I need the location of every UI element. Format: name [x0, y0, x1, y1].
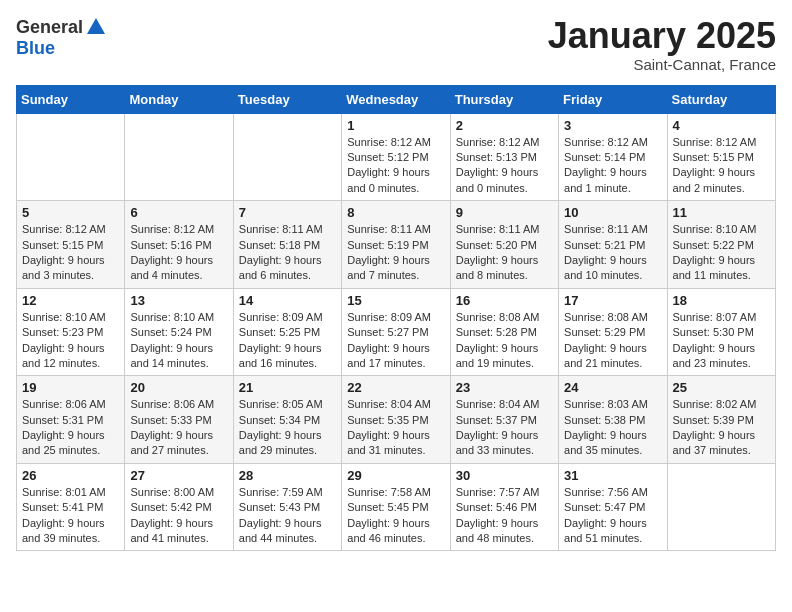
day-info: Sunrise: 7:59 AM Sunset: 5:43 PM Dayligh…	[239, 485, 336, 547]
day-info: Sunrise: 8:06 AM Sunset: 5:31 PM Dayligh…	[22, 397, 119, 459]
calendar-cell: 30Sunrise: 7:57 AM Sunset: 5:46 PM Dayli…	[450, 463, 558, 551]
calendar-cell: 2Sunrise: 8:12 AM Sunset: 5:13 PM Daylig…	[450, 113, 558, 201]
day-number: 18	[673, 293, 770, 308]
day-info: Sunrise: 8:11 AM Sunset: 5:21 PM Dayligh…	[564, 222, 661, 284]
day-number: 29	[347, 468, 444, 483]
calendar-cell: 19Sunrise: 8:06 AM Sunset: 5:31 PM Dayli…	[17, 376, 125, 464]
calendar-cell: 8Sunrise: 8:11 AM Sunset: 5:19 PM Daylig…	[342, 201, 450, 289]
calendar-cell: 31Sunrise: 7:56 AM Sunset: 5:47 PM Dayli…	[559, 463, 667, 551]
week-row-2: 5Sunrise: 8:12 AM Sunset: 5:15 PM Daylig…	[17, 201, 776, 289]
day-number: 23	[456, 380, 553, 395]
day-info: Sunrise: 8:11 AM Sunset: 5:18 PM Dayligh…	[239, 222, 336, 284]
day-number: 13	[130, 293, 227, 308]
day-info: Sunrise: 8:12 AM Sunset: 5:13 PM Dayligh…	[456, 135, 553, 197]
day-info: Sunrise: 8:12 AM Sunset: 5:12 PM Dayligh…	[347, 135, 444, 197]
calendar-cell: 15Sunrise: 8:09 AM Sunset: 5:27 PM Dayli…	[342, 288, 450, 376]
day-info: Sunrise: 8:08 AM Sunset: 5:29 PM Dayligh…	[564, 310, 661, 372]
day-number: 1	[347, 118, 444, 133]
logo-general-text: General	[16, 17, 83, 38]
day-info: Sunrise: 8:11 AM Sunset: 5:19 PM Dayligh…	[347, 222, 444, 284]
weekday-header-thursday: Thursday	[450, 85, 558, 113]
day-number: 19	[22, 380, 119, 395]
day-number: 10	[564, 205, 661, 220]
day-info: Sunrise: 8:12 AM Sunset: 5:15 PM Dayligh…	[673, 135, 770, 197]
calendar-cell: 9Sunrise: 8:11 AM Sunset: 5:20 PM Daylig…	[450, 201, 558, 289]
weekday-header-friday: Friday	[559, 85, 667, 113]
day-info: Sunrise: 7:57 AM Sunset: 5:46 PM Dayligh…	[456, 485, 553, 547]
day-number: 4	[673, 118, 770, 133]
day-number: 14	[239, 293, 336, 308]
calendar-cell: 28Sunrise: 7:59 AM Sunset: 5:43 PM Dayli…	[233, 463, 341, 551]
location-label: Saint-Cannat, France	[548, 56, 776, 73]
weekday-header-wednesday: Wednesday	[342, 85, 450, 113]
weekday-header-monday: Monday	[125, 85, 233, 113]
calendar-cell: 13Sunrise: 8:10 AM Sunset: 5:24 PM Dayli…	[125, 288, 233, 376]
calendar-cell: 25Sunrise: 8:02 AM Sunset: 5:39 PM Dayli…	[667, 376, 775, 464]
weekday-header-row: SundayMondayTuesdayWednesdayThursdayFrid…	[17, 85, 776, 113]
calendar-cell: 5Sunrise: 8:12 AM Sunset: 5:15 PM Daylig…	[17, 201, 125, 289]
calendar-cell: 10Sunrise: 8:11 AM Sunset: 5:21 PM Dayli…	[559, 201, 667, 289]
calendar-cell: 4Sunrise: 8:12 AM Sunset: 5:15 PM Daylig…	[667, 113, 775, 201]
day-number: 6	[130, 205, 227, 220]
title-block: January 2025 Saint-Cannat, France	[548, 16, 776, 73]
weekday-header-tuesday: Tuesday	[233, 85, 341, 113]
day-number: 11	[673, 205, 770, 220]
day-info: Sunrise: 8:06 AM Sunset: 5:33 PM Dayligh…	[130, 397, 227, 459]
day-number: 20	[130, 380, 227, 395]
calendar-cell: 7Sunrise: 8:11 AM Sunset: 5:18 PM Daylig…	[233, 201, 341, 289]
week-row-1: 1Sunrise: 8:12 AM Sunset: 5:12 PM Daylig…	[17, 113, 776, 201]
logo: General Blue	[16, 16, 109, 59]
calendar-cell: 11Sunrise: 8:10 AM Sunset: 5:22 PM Dayli…	[667, 201, 775, 289]
calendar-cell: 17Sunrise: 8:08 AM Sunset: 5:29 PM Dayli…	[559, 288, 667, 376]
calendar-cell	[125, 113, 233, 201]
week-row-3: 12Sunrise: 8:10 AM Sunset: 5:23 PM Dayli…	[17, 288, 776, 376]
day-number: 27	[130, 468, 227, 483]
day-number: 8	[347, 205, 444, 220]
day-number: 31	[564, 468, 661, 483]
day-info: Sunrise: 8:12 AM Sunset: 5:16 PM Dayligh…	[130, 222, 227, 284]
day-number: 9	[456, 205, 553, 220]
day-info: Sunrise: 8:04 AM Sunset: 5:35 PM Dayligh…	[347, 397, 444, 459]
day-number: 17	[564, 293, 661, 308]
day-info: Sunrise: 8:08 AM Sunset: 5:28 PM Dayligh…	[456, 310, 553, 372]
calendar-table: SundayMondayTuesdayWednesdayThursdayFrid…	[16, 85, 776, 552]
day-info: Sunrise: 8:10 AM Sunset: 5:24 PM Dayligh…	[130, 310, 227, 372]
day-info: Sunrise: 7:56 AM Sunset: 5:47 PM Dayligh…	[564, 485, 661, 547]
day-info: Sunrise: 8:10 AM Sunset: 5:22 PM Dayligh…	[673, 222, 770, 284]
calendar-cell: 24Sunrise: 8:03 AM Sunset: 5:38 PM Dayli…	[559, 376, 667, 464]
day-number: 5	[22, 205, 119, 220]
day-number: 15	[347, 293, 444, 308]
day-info: Sunrise: 8:03 AM Sunset: 5:38 PM Dayligh…	[564, 397, 661, 459]
day-info: Sunrise: 8:09 AM Sunset: 5:27 PM Dayligh…	[347, 310, 444, 372]
day-info: Sunrise: 8:00 AM Sunset: 5:42 PM Dayligh…	[130, 485, 227, 547]
calendar-cell	[17, 113, 125, 201]
day-number: 25	[673, 380, 770, 395]
day-info: Sunrise: 8:01 AM Sunset: 5:41 PM Dayligh…	[22, 485, 119, 547]
day-number: 2	[456, 118, 553, 133]
day-info: Sunrise: 8:09 AM Sunset: 5:25 PM Dayligh…	[239, 310, 336, 372]
day-info: Sunrise: 8:05 AM Sunset: 5:34 PM Dayligh…	[239, 397, 336, 459]
calendar-cell: 18Sunrise: 8:07 AM Sunset: 5:30 PM Dayli…	[667, 288, 775, 376]
calendar-cell: 1Sunrise: 8:12 AM Sunset: 5:12 PM Daylig…	[342, 113, 450, 201]
day-info: Sunrise: 8:11 AM Sunset: 5:20 PM Dayligh…	[456, 222, 553, 284]
calendar-cell: 6Sunrise: 8:12 AM Sunset: 5:16 PM Daylig…	[125, 201, 233, 289]
weekday-header-saturday: Saturday	[667, 85, 775, 113]
calendar-cell: 21Sunrise: 8:05 AM Sunset: 5:34 PM Dayli…	[233, 376, 341, 464]
day-info: Sunrise: 8:10 AM Sunset: 5:23 PM Dayligh…	[22, 310, 119, 372]
calendar-cell: 20Sunrise: 8:06 AM Sunset: 5:33 PM Dayli…	[125, 376, 233, 464]
day-info: Sunrise: 8:02 AM Sunset: 5:39 PM Dayligh…	[673, 397, 770, 459]
day-info: Sunrise: 8:04 AM Sunset: 5:37 PM Dayligh…	[456, 397, 553, 459]
week-row-5: 26Sunrise: 8:01 AM Sunset: 5:41 PM Dayli…	[17, 463, 776, 551]
logo-blue-text: Blue	[16, 38, 55, 58]
day-number: 28	[239, 468, 336, 483]
weekday-header-sunday: Sunday	[17, 85, 125, 113]
calendar-cell: 14Sunrise: 8:09 AM Sunset: 5:25 PM Dayli…	[233, 288, 341, 376]
day-info: Sunrise: 8:07 AM Sunset: 5:30 PM Dayligh…	[673, 310, 770, 372]
day-number: 12	[22, 293, 119, 308]
month-title: January 2025	[548, 16, 776, 56]
calendar-cell: 3Sunrise: 8:12 AM Sunset: 5:14 PM Daylig…	[559, 113, 667, 201]
day-info: Sunrise: 8:12 AM Sunset: 5:14 PM Dayligh…	[564, 135, 661, 197]
calendar-cell	[667, 463, 775, 551]
day-number: 3	[564, 118, 661, 133]
day-number: 26	[22, 468, 119, 483]
